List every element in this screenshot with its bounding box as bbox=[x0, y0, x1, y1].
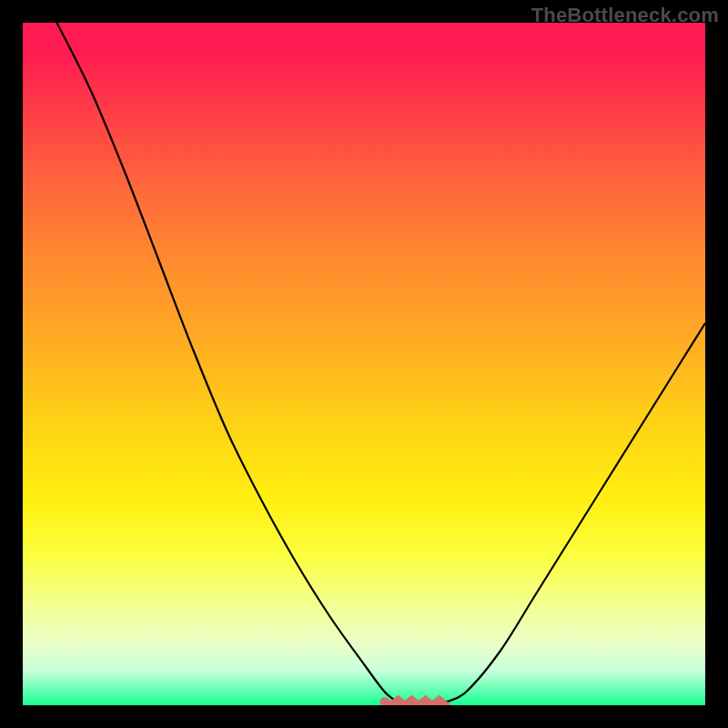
plot-area bbox=[23, 23, 705, 705]
watermark-text: TheBottleneck.com bbox=[531, 4, 719, 27]
bottleneck-curve bbox=[57, 23, 706, 703]
chart-frame: TheBottleneck.com bbox=[0, 0, 728, 728]
valley-marker bbox=[385, 701, 447, 705]
curve-layer bbox=[23, 23, 705, 705]
